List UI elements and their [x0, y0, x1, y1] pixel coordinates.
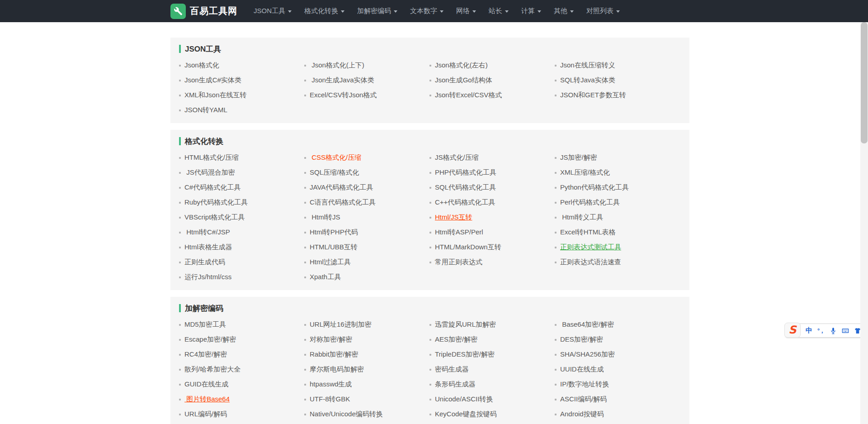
tool-link[interactable]: GUID在线生成	[184, 380, 229, 389]
list-item: Python代码格式化工具	[555, 180, 680, 195]
tool-link[interactable]: Json生成Go结构体	[435, 76, 492, 85]
nav-item-8[interactable]: 对照列表	[580, 0, 626, 22]
tool-link[interactable]: IP/数字地址转换	[560, 380, 609, 389]
punctuation-toggle-icon[interactable]: °，	[817, 327, 825, 335]
list-item: Perl代码格式化工具	[555, 195, 680, 210]
chinese-english-toggle-icon[interactable]: 中	[806, 326, 812, 335]
tool-link[interactable]: 常用正则表达式	[435, 258, 482, 267]
tool-link[interactable]: 正则表达式语法速查	[560, 258, 621, 267]
tool-link[interactable]: Html转ASP/Perl	[435, 228, 483, 237]
tool-link[interactable]: Json格式化(左右)	[435, 61, 488, 70]
nav-item-7[interactable]: 其他	[547, 0, 580, 22]
tool-link[interactable]: 正则生成代码	[184, 258, 225, 267]
tool-link[interactable]: Python代码格式化工具	[560, 183, 629, 192]
list-item: 正则生成代码	[179, 255, 304, 270]
tool-link[interactable]: JS格式化/压缩	[435, 153, 479, 162]
tool-link[interactable]: Ruby代码格式化工具	[184, 198, 248, 207]
tool-link[interactable]: 散列/哈希加密大全	[184, 365, 241, 374]
nav-item-3[interactable]: 文本数字	[404, 0, 450, 22]
tool-link[interactable]: AES加密/解密	[435, 335, 477, 344]
list-item: JS代码混合加密	[179, 165, 304, 180]
tool-link[interactable]: UTF-8转GBK	[310, 395, 350, 404]
vertical-scrollbar-thumb[interactable]	[861, 22, 868, 143]
tool-link[interactable]: Base64加密/解密	[560, 320, 614, 329]
vertical-scrollbar-track[interactable]	[860, 22, 868, 424]
list-item: 散列/哈希加密大全	[179, 362, 304, 377]
tool-link[interactable]: PHP代码格式化工具	[435, 168, 496, 177]
soft-keyboard-icon[interactable]	[842, 327, 849, 334]
tool-link[interactable]: Escape加密/解密	[184, 335, 236, 344]
nav-item-4[interactable]: 网络	[450, 0, 482, 22]
tool-link[interactable]: 对称加密/解密	[310, 335, 352, 344]
tool-link[interactable]: Html转义工具	[560, 213, 603, 222]
list-item: XML压缩/格式化	[555, 165, 680, 180]
tool-link[interactable]: HTML/MarkDown互转	[435, 243, 501, 252]
tool-link[interactable]: Android按键码	[560, 410, 604, 419]
tool-link[interactable]: XML和Json在线互转	[184, 91, 247, 100]
tool-link[interactable]: Json转Excel/CSV格式	[435, 91, 502, 100]
tool-link[interactable]: Html转PHP代码	[310, 228, 358, 237]
tool-link[interactable]: Rabbit加密/解密	[310, 350, 359, 359]
tool-link[interactable]: Xpath工具	[310, 273, 341, 281]
nav-item-6[interactable]: 计算	[515, 0, 547, 22]
nav-item-0[interactable]: JSON工具	[247, 0, 298, 22]
tool-link[interactable]: C++代码格式化工具	[435, 198, 495, 207]
tool-link[interactable]: URL编码/解码	[184, 410, 227, 419]
tool-link[interactable]: Html表格生成器	[184, 243, 232, 252]
tool-link[interactable]: ASCII编码/解码	[560, 395, 607, 404]
tool-link[interactable]: UUID在线生成	[560, 365, 604, 374]
tool-link[interactable]: SQL转Java实体类	[560, 76, 615, 85]
tool-link[interactable]: DES加密/解密	[560, 335, 603, 344]
tool-link[interactable]: SQL压缩/格式化	[310, 168, 359, 177]
tool-link[interactable]: C语言代码格式化工具	[310, 198, 376, 207]
tool-link[interactable]: 正则表达式测试工具	[560, 243, 621, 252]
tool-link[interactable]: CSS格式化/压缩	[310, 153, 361, 162]
tool-link[interactable]: RC4加密/解密	[184, 350, 227, 359]
list-item: 图片转Base64	[179, 392, 304, 407]
voice-input-microphone-icon[interactable]	[830, 327, 837, 334]
tool-link[interactable]: C#代码格式化工具	[184, 183, 241, 192]
nav-item-5[interactable]: 站长	[482, 0, 515, 22]
tool-link[interactable]: URL网址16进制加密	[310, 320, 372, 329]
tool-link[interactable]: 条形码生成器	[435, 380, 476, 389]
tool-link[interactable]: Html过滤工具	[310, 258, 351, 267]
tool-link[interactable]: Html/JS互转	[435, 213, 472, 222]
nav-item-1[interactable]: 格式化转换	[298, 0, 351, 22]
tool-link[interactable]: 迅雷旋风URL加解密	[435, 320, 496, 329]
tool-link[interactable]: Json生成Java实体类	[310, 76, 374, 85]
tool-link[interactable]: Json格式化	[184, 61, 219, 70]
tool-link[interactable]: SQL代码格式化工具	[435, 183, 496, 192]
tool-link[interactable]: 摩尔斯电码加解密	[310, 365, 364, 374]
tool-link[interactable]: JS加密/解密	[560, 153, 597, 162]
tool-link[interactable]: Html转C#/JSP	[184, 228, 230, 237]
tool-link[interactable]: Json生成C#实体类	[184, 76, 241, 85]
tool-link[interactable]: Json在线压缩转义	[560, 61, 615, 70]
tool-link[interactable]: VBScript格式化工具	[184, 213, 245, 222]
tool-link[interactable]: JS代码混合加密	[184, 168, 235, 177]
tool-link[interactable]: 密码生成器	[435, 365, 469, 374]
tool-link[interactable]: 运行Js/html/css	[184, 273, 231, 281]
tool-link[interactable]: TripleDES加密/解密	[435, 350, 495, 359]
tool-link[interactable]: SHA/SHA256加密	[560, 350, 615, 359]
tool-link[interactable]: JAVA代码格式化工具	[310, 183, 373, 192]
tool-link[interactable]: Excel转HTML表格	[560, 228, 616, 237]
tool-link[interactable]: XML压缩/格式化	[560, 168, 610, 177]
tool-link[interactable]: MD5加密工具	[184, 320, 226, 329]
tool-link[interactable]: JSON和GET参数互转	[560, 91, 626, 100]
bullet-icon	[179, 80, 181, 81]
tool-link[interactable]: htpasswd生成	[310, 380, 352, 389]
tool-link[interactable]: KeyCode键盘按键码	[435, 410, 497, 419]
tool-link[interactable]: Json格式化(上下)	[310, 61, 364, 70]
tool-link[interactable]: 图片转Base64	[184, 395, 230, 404]
tool-link[interactable]: Native/Unicode编码转换	[310, 410, 383, 419]
tool-link[interactable]: HTML格式化/压缩	[184, 153, 239, 162]
sogou-logo-icon[interactable]: S	[784, 323, 801, 338]
tool-link[interactable]: Perl代码格式化工具	[560, 198, 620, 207]
tool-link[interactable]: JSON转YAML	[184, 106, 227, 114]
nav-item-2[interactable]: 加解密编码	[351, 0, 404, 22]
tool-link[interactable]: Html转JS	[310, 213, 340, 222]
tool-link[interactable]: Unicode/ASCII转换	[435, 395, 493, 404]
site-logo[interactable]: 百易工具网	[170, 4, 237, 19]
tool-link[interactable]: Excel/CSV转Json格式	[310, 91, 377, 100]
tool-link[interactable]: HTML/UBB互转	[310, 243, 358, 252]
